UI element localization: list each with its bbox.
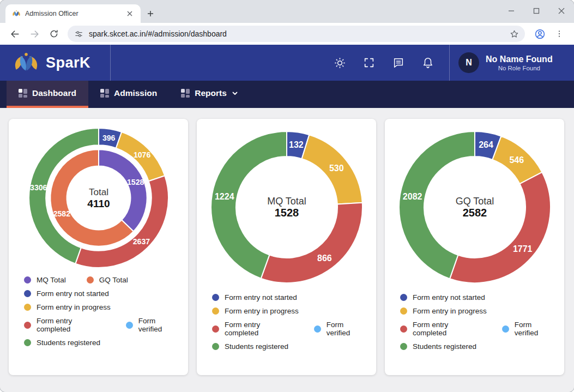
legend-row: Form entry in progress [24, 303, 179, 311]
legend-label: Form entry in progress [225, 307, 299, 315]
legend-label: Form entry not started [413, 293, 485, 301]
segment-value-label: 1076 [133, 150, 150, 159]
legend-dot-icon [314, 325, 321, 333]
url-bar[interactable]: spark.skcet.ac.in/#/admission/dashboard [68, 26, 525, 42]
forward-icon[interactable] [25, 25, 44, 43]
segment-value-label: 264 [479, 140, 493, 149]
profile-icon[interactable] [530, 25, 549, 43]
chart-center-value: 2582 [462, 207, 487, 219]
back-icon[interactable] [5, 25, 24, 43]
legend-row: Form entry not started [24, 290, 179, 298]
legend-row: Form entry not started [400, 293, 555, 301]
avatar: N [458, 52, 479, 73]
donut-segment[interactable] [450, 172, 551, 283]
nav-item-dashboard[interactable]: Dashboard [7, 81, 88, 108]
legend-item[interactable]: Form entry not started [24, 290, 109, 298]
nav-item-admission[interactable]: Admission [88, 81, 169, 108]
chart-center-title: MQ Total [267, 196, 306, 207]
legend-item[interactable]: Form entry in progress [400, 307, 487, 315]
bookmark-star-icon[interactable] [506, 26, 522, 41]
legend-item[interactable]: Students registered [24, 339, 100, 347]
legend-item[interactable]: Form entry completed [212, 321, 293, 337]
chart-center-value: 4110 [87, 198, 110, 209]
legend-row: Students registered [24, 339, 179, 347]
legend-item[interactable]: Form verified [502, 321, 555, 337]
site-settings-icon[interactable] [74, 29, 83, 39]
gq-summary-card: 26454617712082GQ Total2582 Form entry no… [385, 119, 564, 375]
legend-item[interactable]: Form entry completed [400, 321, 481, 337]
close-window-icon[interactable] [549, 0, 574, 22]
tab-close-icon[interactable] [123, 7, 136, 20]
legend-dot-icon [502, 325, 509, 333]
legend-item[interactable]: Students registered [212, 342, 288, 351]
legend-dot-icon [400, 343, 407, 350]
chart-center-value: 1528 [274, 207, 299, 219]
legend-row: Students registered [400, 342, 555, 351]
brand[interactable]: SparK [0, 45, 111, 81]
dashboard-grid-icon [100, 89, 109, 98]
donut-chart-svg: 1325308661224MQ Total1528 [209, 130, 364, 285]
brightness-icon[interactable] [331, 55, 348, 71]
browser-tab[interactable]: Admission Officer [5, 4, 141, 23]
legend-item[interactable]: MQ Total [24, 276, 66, 284]
tab-title: Admission Officer [25, 10, 119, 17]
fullscreen-icon[interactable] [361, 55, 377, 71]
legend-dot-icon [87, 276, 94, 284]
minimize-icon[interactable] [499, 0, 524, 22]
menu-dots-icon[interactable] [550, 25, 569, 43]
dashboard-grid-icon [181, 89, 190, 98]
legend-item[interactable]: Form entry not started [212, 293, 297, 301]
dashboard-content: 39610762637330615282582Total4110 MQ Tota… [0, 108, 574, 392]
segment-value-label: 1224 [214, 192, 234, 201]
legend-item[interactable]: GQ Total [87, 276, 128, 284]
legend-label: Form entry completed [225, 321, 293, 337]
legend-item[interactable]: Form entry not started [400, 293, 485, 301]
chart-center-title: Total [88, 186, 108, 197]
chart-legend: Form entry not startedForm entry in prog… [206, 293, 367, 351]
legend-dot-icon [400, 325, 407, 333]
legend-label: Students registered [37, 339, 100, 347]
legend-item[interactable]: Form entry in progress [212, 307, 299, 315]
legend-row: Form entry not started [212, 293, 367, 301]
bell-icon[interactable] [420, 55, 436, 71]
segment-value-label: 3306 [30, 183, 47, 192]
legend-dot-icon [400, 294, 407, 301]
legend-item[interactable]: Form entry in progress [24, 303, 111, 311]
legend-row: MQ TotalGQ Total [24, 276, 179, 284]
legend-dot-icon [126, 322, 133, 329]
legend-item[interactable]: Form verified [126, 317, 179, 333]
donut-chart-mq: 1325308661224MQ Total1528 [206, 126, 367, 285]
legend-item[interactable]: Students registered [400, 342, 476, 351]
legend-dot-icon [24, 304, 31, 311]
chat-icon[interactable] [390, 55, 407, 71]
donut-chart-svg: 26454617712082GQ Total2582 [397, 130, 552, 285]
donut-chart-total: 39610762637330615282582Total4110 [17, 126, 179, 269]
app-header: SparK N No Name Found No Role Found [0, 45, 574, 81]
chart-center-title: GQ Total [455, 196, 494, 207]
mq-summary-card: 1325308661224MQ Total1528 Form entry not… [197, 119, 376, 375]
legend-row: Students registered [212, 342, 367, 351]
new-tab-icon[interactable] [144, 7, 157, 20]
segment-value-label: 866 [317, 254, 332, 263]
nav-item-reports[interactable]: Reports [169, 81, 250, 108]
legend-row: Form entry completedForm verified [400, 321, 555, 337]
user-role: No Role Found [486, 65, 553, 71]
segment-value-label: 530 [329, 164, 343, 173]
legend-dot-icon [24, 290, 31, 297]
browser-tab-strip: Admission Officer [0, 0, 574, 23]
legend-label: Students registered [413, 342, 476, 351]
url-text[interactable]: spark.skcet.ac.in/#/admission/dashboard [89, 29, 501, 38]
reload-icon[interactable] [45, 25, 63, 43]
spark-logo-icon [13, 52, 39, 74]
chevron-down-icon [232, 90, 238, 97]
legend-item[interactable]: Form entry completed [24, 317, 105, 333]
legend-item[interactable]: Form verified [314, 321, 367, 337]
legend-row: Form entry in progress [212, 307, 367, 315]
legend-label: Form entry not started [225, 293, 297, 301]
legend-label: Students registered [225, 342, 288, 351]
chart-legend: MQ TotalGQ TotalForm entry not startedFo… [17, 276, 179, 347]
total-summary-card: 39610762637330615282582Total4110 MQ Tota… [9, 119, 188, 375]
maximize-icon[interactable] [524, 0, 549, 22]
user-profile[interactable]: N No Name Found No Role Found [449, 45, 574, 81]
legend-label: Form verified [138, 317, 179, 333]
